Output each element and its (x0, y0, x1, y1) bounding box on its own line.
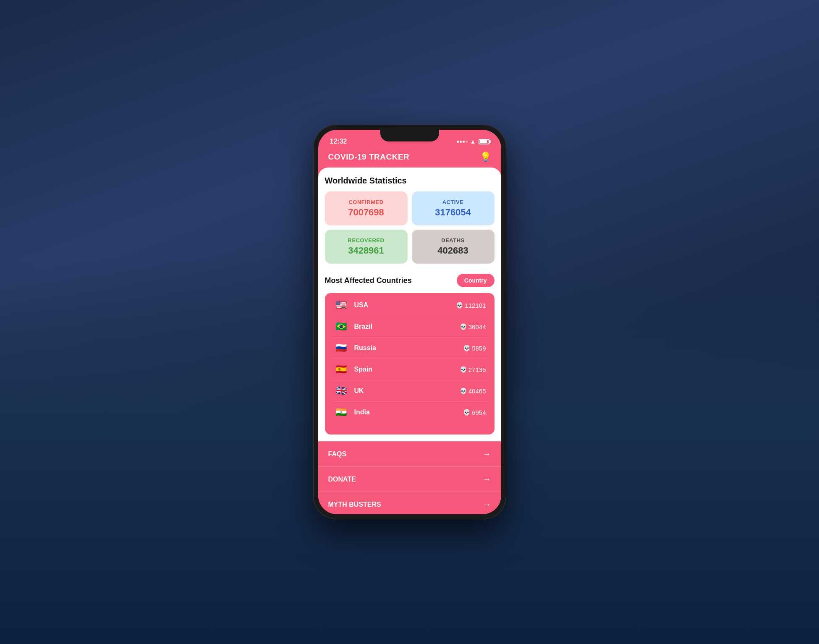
menu-item[interactable]: FAQS → (318, 441, 501, 466)
bulb-icon[interactable]: 💡 (480, 152, 491, 162)
signal-icon (457, 141, 468, 143)
wifi-icon: ▲ (470, 138, 476, 145)
status-time: 12:32 (330, 138, 347, 145)
skull-icon: 💀 (456, 302, 463, 309)
phone-frame: 12:32 ▲ COVID-19 TRACKER (313, 125, 506, 519)
stats-grid: CONFIRMED 7007698 ACTIVE 3176054 RECOVER… (325, 191, 495, 264)
notch (380, 130, 439, 141)
country-flag: 🇧🇷 (333, 321, 349, 332)
death-count: 💀 36044 (460, 323, 486, 330)
skull-icon: 💀 (460, 323, 467, 330)
countries-list-container: 🇺🇸 USA 💀 112101 🇧🇷 Brazil 💀 36044 🇷🇺 Rus… (325, 293, 495, 435)
country-item[interactable]: 🇧🇷 Brazil 💀 36044 (332, 316, 488, 338)
skull-icon: 💀 (460, 366, 467, 373)
status-icons: ▲ (457, 138, 489, 145)
country-flag: 🇷🇺 (333, 343, 349, 353)
arrow-icon: → (483, 449, 491, 459)
country-flag: 🇬🇧 (333, 385, 349, 396)
phone-screen: 12:32 ▲ COVID-19 TRACKER (318, 130, 501, 514)
recovered-label: RECOVERED (348, 237, 385, 243)
countries-header: Most Affected Countries Country (325, 274, 495, 287)
country-flag: 🇪🇸 (333, 364, 349, 375)
death-count: 💀 27135 (460, 366, 486, 373)
country-filter-button[interactable]: Country (457, 274, 495, 287)
confirmed-label: CONFIRMED (348, 199, 383, 205)
active-card[interactable]: ACTIVE 3176054 (412, 191, 495, 225)
death-count: 💀 112101 (456, 302, 486, 309)
recovered-card[interactable]: RECOVERED 3428961 (325, 230, 408, 264)
menu-item-label: MYTH BUSTERS (328, 501, 381, 508)
country-list: 🇺🇸 USA 💀 112101 🇧🇷 Brazil 💀 36044 🇷🇺 Rus… (332, 295, 488, 423)
app-header: COVID-19 TRACKER 💡 (318, 150, 501, 168)
country-name: Brazil (354, 323, 455, 330)
menu-item[interactable]: MYTH BUSTERS → (318, 492, 501, 514)
country-item[interactable]: 🇪🇸 Spain 💀 27135 (332, 359, 488, 380)
country-name: Spain (354, 366, 455, 373)
recovered-value: 3428961 (348, 245, 384, 256)
country-name: UK (354, 387, 455, 395)
battery-icon (479, 139, 489, 144)
country-name: India (354, 408, 458, 416)
country-item[interactable]: 🇮🇳 India 💀 6954 (332, 402, 488, 423)
menu-section: FAQS → DONATE → MYTH BUSTERS → (318, 441, 501, 514)
deaths-value: 402683 (437, 245, 468, 256)
death-count: 💀 6954 (463, 409, 486, 416)
death-count: 💀 5859 (463, 345, 486, 352)
country-item[interactable]: 🇺🇸 USA 💀 112101 (332, 295, 488, 316)
deaths-card[interactable]: DEATHS 402683 (412, 230, 495, 264)
main-content: Worldwide Statistics CONFIRMED 7007698 A… (318, 168, 501, 514)
country-item[interactable]: 🇬🇧 UK 💀 40465 (332, 380, 488, 402)
country-name: USA (354, 301, 451, 309)
worldwide-section-title: Worldwide Statistics (325, 176, 495, 186)
country-item[interactable]: 🇷🇺 Russia 💀 5859 (332, 338, 488, 359)
country-name: Russia (354, 344, 458, 352)
skull-icon: 💀 (460, 387, 467, 394)
skull-icon: 💀 (463, 409, 470, 416)
confirmed-value: 7007698 (348, 207, 384, 218)
arrow-icon: → (483, 474, 491, 484)
skull-icon: 💀 (463, 345, 470, 351)
active-label: ACTIVE (442, 199, 464, 205)
death-count: 💀 40465 (460, 387, 486, 395)
country-flag: 🇮🇳 (333, 407, 349, 418)
active-value: 3176054 (435, 207, 471, 218)
confirmed-card[interactable]: CONFIRMED 7007698 (325, 191, 408, 225)
deaths-label: DEATHS (441, 237, 464, 243)
menu-item[interactable]: DONATE → (318, 466, 501, 492)
country-flag: 🇺🇸 (333, 300, 349, 311)
menu-item-label: DONATE (328, 476, 356, 483)
phone-container: 12:32 ▲ COVID-19 TRACKER (313, 125, 506, 519)
arrow-icon: → (483, 500, 491, 509)
menu-item-label: FAQS (328, 450, 347, 458)
app-title: COVID-19 TRACKER (328, 152, 410, 162)
countries-section-title: Most Affected Countries (325, 276, 412, 285)
